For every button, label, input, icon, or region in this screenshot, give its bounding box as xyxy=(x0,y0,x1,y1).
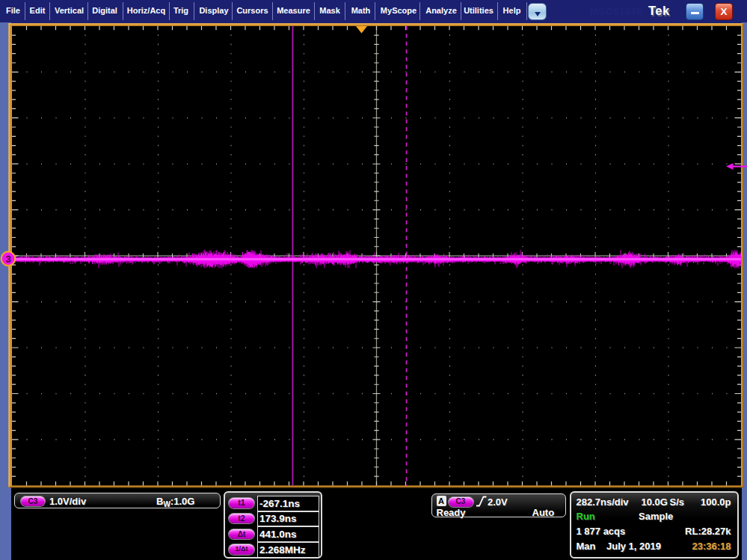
svg-text:3: 3 xyxy=(5,253,10,265)
